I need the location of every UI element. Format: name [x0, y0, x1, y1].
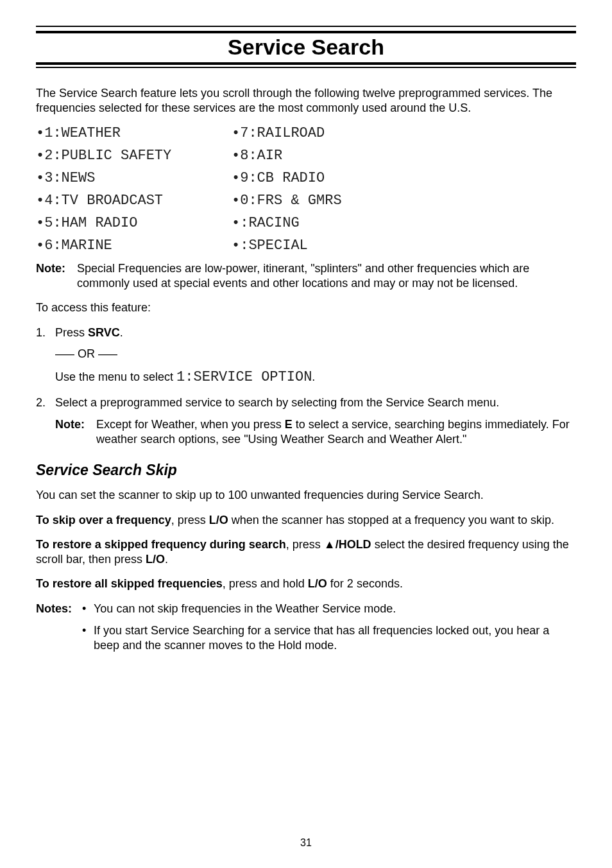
- step-1: 1. Press SRVC.: [36, 326, 576, 340]
- notes-block: Notes: • You can not skip frequencies in…: [36, 602, 576, 661]
- bold-lead: To restore a skipped frequency during se…: [36, 538, 286, 551]
- key-name: E: [285, 418, 293, 431]
- lcd-text: 1:SERVICE OPTION: [176, 369, 312, 385]
- step-number: 1.: [36, 326, 55, 340]
- service-item: •8:AIR: [232, 148, 342, 164]
- skip-instruction-1: To skip over a frequency, press L/O when…: [36, 513, 576, 528]
- text: , press and hold: [223, 577, 308, 590]
- text: when the scanner has stopped at a freque…: [228, 514, 554, 526]
- note-label: Note:: [55, 417, 96, 446]
- services-col-right: •7:RAILROAD •8:AIR •9:CB RADIO •0:FRS & …: [232, 125, 342, 254]
- text: .: [165, 553, 168, 566]
- step-2: 2. Select a preprogrammed service to sea…: [36, 395, 576, 410]
- text: .: [312, 370, 315, 383]
- service-item: •0:FRS & GMRS: [232, 193, 342, 209]
- title-bottom-rule: [36, 65, 576, 68]
- key-name: L/O: [308, 577, 327, 590]
- services-list: •1:WEATHER •2:PUBLIC SAFETY •3:NEWS •4:T…: [36, 125, 576, 254]
- access-line: To access this feature:: [36, 300, 576, 315]
- service-item: •5:HAM RADIO: [36, 215, 232, 231]
- text: You can not skip frequencies in the Weat…: [94, 602, 396, 616]
- top-rule: [36, 26, 576, 33]
- skip-intro: You can set the scanner to skip up to 10…: [36, 488, 576, 503]
- bullet-icon: •: [82, 602, 94, 616]
- service-item: •7:RAILROAD: [232, 125, 342, 141]
- note-special-frequencies: Note: Special Frequencies are low-power,…: [36, 261, 576, 290]
- text: .: [120, 326, 123, 339]
- text: , press: [171, 514, 209, 526]
- bold-lead: To restore all skipped frequencies: [36, 577, 223, 590]
- text: Use the menu to select: [55, 370, 176, 383]
- service-item: •:RACING: [232, 215, 342, 231]
- step-body: Select a preprogrammed service to search…: [55, 395, 576, 410]
- key-name: ▲/HOLD: [324, 538, 371, 551]
- step-number: 2.: [36, 395, 55, 410]
- bullet-icon: •: [82, 623, 94, 652]
- services-col-left: •1:WEATHER •2:PUBLIC SAFETY •3:NEWS •4:T…: [36, 125, 232, 254]
- notes-item: • You can not skip frequencies in the We…: [82, 602, 576, 616]
- note-text: Except for Weather, when you press E to …: [96, 417, 576, 446]
- subsection-heading: Service Search Skip: [36, 462, 576, 479]
- service-item: •3:NEWS: [36, 170, 232, 186]
- skip-instruction-2: To restore a skipped frequency during se…: [36, 537, 576, 566]
- page-title: Service Search: [36, 33, 576, 65]
- note-label: Note:: [36, 261, 77, 290]
- menu-alternative: Use the menu to select 1:SERVICE OPTION.: [55, 369, 576, 386]
- service-item: •2:PUBLIC SAFETY: [36, 148, 232, 164]
- bold-lead: To skip over a frequency: [36, 514, 171, 526]
- text: for 2 seconds.: [327, 577, 403, 590]
- step-2-note: Note: Except for Weather, when you press…: [55, 417, 576, 446]
- service-item: •1:WEATHER: [36, 125, 232, 141]
- text: , press: [286, 538, 324, 551]
- text: Press: [55, 326, 88, 339]
- page-number: 31: [0, 837, 612, 849]
- intro-paragraph: The Service Search feature lets you scro…: [36, 86, 576, 115]
- steps-list: 1. Press SRVC. ––– OR ––– Use the menu t…: [36, 326, 576, 447]
- service-item: •9:CB RADIO: [232, 170, 342, 186]
- manual-page: Service Search The Service Search featur…: [0, 0, 612, 868]
- text: If you start Service Searching for a ser…: [94, 623, 576, 652]
- key-name: L/O: [146, 553, 165, 566]
- skip-instruction-3: To restore all skipped frequencies, pres…: [36, 577, 576, 591]
- text: Except for Weather, when you press: [96, 418, 285, 431]
- notes-label: Notes:: [36, 602, 82, 661]
- note-text: Special Frequencies are low-power, itine…: [77, 261, 576, 290]
- service-item: •:SPECIAL: [232, 238, 342, 254]
- key-name: L/O: [209, 514, 228, 526]
- step-body: Press SRVC.: [55, 326, 576, 340]
- key-name: SRVC: [88, 326, 120, 339]
- service-item: •4:TV BROADCAST: [36, 193, 232, 209]
- notes-item: • If you start Service Searching for a s…: [82, 623, 576, 652]
- notes-list: • You can not skip frequencies in the We…: [82, 602, 576, 661]
- service-item: •6:MARINE: [36, 238, 232, 254]
- or-divider: ––– OR –––: [55, 347, 576, 361]
